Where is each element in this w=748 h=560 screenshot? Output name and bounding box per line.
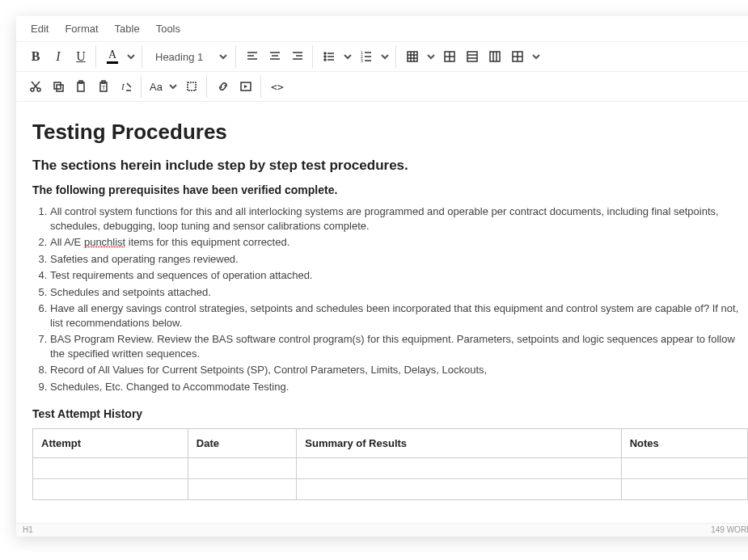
prereq-item[interactable]: Schedules and setpoints attached. xyxy=(50,285,748,300)
text-color-group: A xyxy=(98,45,142,68)
insert-group xyxy=(209,75,261,98)
svg-point-39 xyxy=(31,88,34,91)
change-case-button[interactable]: Aa xyxy=(146,75,166,98)
editor-content[interactable]: Testing Procedures The sections herein i… xyxy=(16,102,748,523)
align-center-button[interactable] xyxy=(264,45,286,68)
table-cell[interactable] xyxy=(621,478,747,499)
table-cell[interactable] xyxy=(33,478,188,499)
text-color-button[interactable]: A xyxy=(101,45,124,68)
menu-format[interactable]: Format xyxy=(57,19,106,38)
table-row[interactable] xyxy=(33,457,748,478)
bullet-list-button[interactable] xyxy=(318,45,340,68)
table-props-button[interactable] xyxy=(506,45,529,68)
block-format-group: Heading 1 xyxy=(144,45,236,68)
source-code-button[interactable]: <> xyxy=(266,75,289,98)
prereq-item[interactable]: All control system functions for this an… xyxy=(50,204,748,233)
change-case-dropdown[interactable] xyxy=(166,75,180,98)
menu-tools[interactable]: Tools xyxy=(148,19,188,38)
spellcheck-word[interactable]: punchlist xyxy=(84,236,125,248)
list-group: 123 xyxy=(315,45,396,68)
menu-table[interactable]: Table xyxy=(107,19,148,38)
block-format-select[interactable]: Heading 1 xyxy=(147,45,232,68)
status-bar: H1 149 WORDS xyxy=(16,523,748,537)
table-cell[interactable] xyxy=(33,457,188,478)
prereq-item[interactable]: Record of All Values for Current Setpoin… xyxy=(50,363,748,377)
toolbar-row-2: T I Aa <> xyxy=(16,72,748,102)
numbered-list-dropdown[interactable] xyxy=(378,45,392,68)
insert-media-button[interactable] xyxy=(235,75,257,98)
insert-link-button[interactable] xyxy=(212,75,235,98)
svg-point-11 xyxy=(324,56,326,57)
text-style-group: B I U xyxy=(21,45,96,68)
table-dropdown[interactable] xyxy=(424,45,438,68)
text-color-dropdown[interactable] xyxy=(124,45,138,68)
select-all-button[interactable] xyxy=(180,75,203,98)
paste-button[interactable] xyxy=(70,75,92,98)
align-right-button[interactable] xyxy=(286,45,309,68)
history-heading[interactable]: Test Attempt History xyxy=(32,407,748,420)
element-path[interactable]: H1 xyxy=(23,525,33,534)
table-cell[interactable] xyxy=(188,457,297,478)
prereq-item[interactable]: Safeties and operating ranges reviewed. xyxy=(50,252,748,267)
table-cell[interactable] xyxy=(297,457,621,478)
case-group: Aa xyxy=(143,75,207,98)
prereq-item[interactable]: All A/E punchlist items for this equipme… xyxy=(50,235,748,250)
alignment-group xyxy=(238,45,313,68)
paste-text-button[interactable]: T xyxy=(92,75,115,98)
menubar: Edit Format Table Tools xyxy=(16,16,748,42)
svg-point-40 xyxy=(37,88,40,91)
svg-rect-33 xyxy=(490,52,500,61)
svg-text:I: I xyxy=(120,82,125,91)
prereq-item[interactable]: Test requirements and sequences of opera… xyxy=(50,268,748,283)
table-props-dropdown[interactable] xyxy=(529,45,543,68)
numbered-list-button[interactable]: 123 xyxy=(355,45,378,68)
page-title[interactable]: Testing Procedures xyxy=(32,120,748,145)
prereq-item[interactable]: BAS Program Review. Review the BAS softw… xyxy=(50,332,748,360)
svg-point-12 xyxy=(324,59,326,61)
history-header-row: AttemptDateSummary of ResultsNotes xyxy=(33,428,748,457)
svg-text:3: 3 xyxy=(361,58,363,63)
table-row[interactable] xyxy=(33,478,748,499)
table-cell[interactable] xyxy=(297,478,621,499)
prereq-item[interactable]: Have all energy savings control strategi… xyxy=(50,301,748,330)
insert-table-button[interactable] xyxy=(401,45,424,68)
svg-rect-44 xyxy=(57,85,63,91)
svg-rect-30 xyxy=(467,52,477,61)
chevron-down-icon xyxy=(219,53,227,61)
table-cell[interactable] xyxy=(188,478,297,499)
history-header-cell[interactable]: Date xyxy=(188,428,297,457)
prereq-item[interactable]: Schedules, Etc. Changed to Accommodate T… xyxy=(50,380,748,394)
prereqs-list[interactable]: All control system functions for this an… xyxy=(50,204,748,394)
history-table[interactable]: AttemptDateSummary of ResultsNotes xyxy=(32,428,748,500)
table-col-props-button[interactable] xyxy=(484,45,506,68)
underline-button[interactable]: U xyxy=(70,45,92,68)
svg-text:T: T xyxy=(102,85,106,91)
clipboard-group: T I xyxy=(21,75,142,98)
history-header-cell[interactable]: Attempt xyxy=(33,428,188,457)
block-format-label: Heading 1 xyxy=(155,51,203,63)
bold-button[interactable]: B xyxy=(24,45,47,68)
table-group xyxy=(398,45,547,68)
history-header-cell[interactable]: Summary of Results xyxy=(297,428,621,457)
code-group: <> xyxy=(263,75,292,98)
svg-rect-54 xyxy=(188,82,196,91)
prereqs-heading[interactable]: The following prerequisites have been ve… xyxy=(32,183,748,196)
italic-button[interactable]: I xyxy=(47,45,70,68)
history-header-cell[interactable]: Notes xyxy=(621,428,747,457)
table-cell-props-button[interactable] xyxy=(438,45,461,68)
bullet-list-dropdown[interactable] xyxy=(340,45,355,68)
svg-point-10 xyxy=(324,53,326,54)
copy-button[interactable] xyxy=(47,75,70,98)
align-left-button[interactable] xyxy=(241,45,264,68)
text-color-swatch xyxy=(107,61,118,64)
history-body[interactable] xyxy=(33,457,748,499)
clear-formatting-button[interactable]: I xyxy=(115,75,137,98)
section-subtitle[interactable]: The sections herein include step by step… xyxy=(32,158,748,174)
svg-rect-43 xyxy=(54,82,61,89)
menu-edit[interactable]: Edit xyxy=(23,19,57,38)
table-cell[interactable] xyxy=(621,457,747,478)
rich-text-editor: Edit Format Table Tools B I U A Heading … xyxy=(16,16,748,537)
table-row-props-button[interactable] xyxy=(461,45,484,68)
cut-button[interactable] xyxy=(24,75,47,98)
word-count[interactable]: 149 WORDS xyxy=(711,525,748,534)
